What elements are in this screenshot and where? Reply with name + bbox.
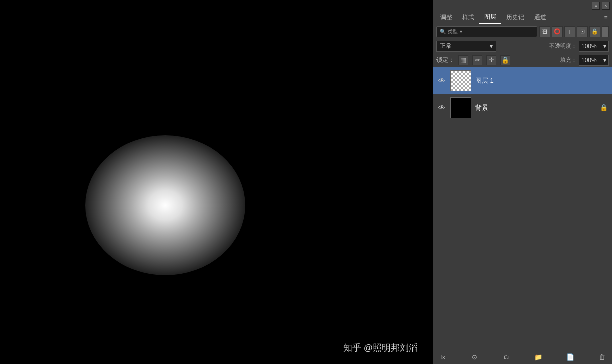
layer-lock-icon: 🔒 [600, 104, 608, 111]
fill-input[interactable]: 100% ▾ [579, 55, 609, 66]
new-group-button[interactable]: 📁 [533, 352, 544, 363]
layer-item-layer1[interactable]: 👁 图层 1 [433, 67, 612, 94]
opacity-label: 不透明度： [549, 42, 577, 50]
layer-visibility-layer1[interactable]: 👁 [437, 76, 446, 85]
fill-group: 填充： 100% ▾ [560, 55, 609, 66]
layer-name-background: 背景 [475, 103, 596, 112]
type-select-arrow: ▾ [460, 29, 462, 34]
filter-icon-text[interactable]: T [564, 26, 575, 37]
add-mask-button[interactable]: ⊙ [469, 352, 480, 363]
filter-icon-lock[interactable]: 🔒 [589, 26, 600, 37]
fill-arrow: ▾ [603, 57, 606, 64]
opacity-input[interactable]: 100% ▾ [579, 41, 609, 52]
search-icon: 🔍 [440, 29, 446, 34]
lock-all-button[interactable]: 🔒 [500, 55, 510, 65]
tab-history[interactable]: 历史记 [501, 11, 529, 24]
filter-icon-shape[interactable]: ⊡ [577, 26, 588, 37]
opacity-group: 不透明度： 100% ▾ [549, 41, 609, 52]
opacity-arrow: ▾ [603, 43, 606, 50]
checker-pattern [451, 71, 471, 91]
tab-layers[interactable]: 图层 [479, 11, 501, 24]
close-button[interactable]: × [602, 2, 610, 10]
tab-style[interactable]: 样式 [457, 11, 479, 24]
filter-icon-image[interactable]: 🖼 [539, 26, 550, 37]
glow-effect [85, 135, 245, 275]
blend-row: 正常 ▾ 不透明度： 100% ▾ [433, 39, 612, 53]
tab-channels[interactable]: 通道 [529, 11, 551, 24]
lock-transparency-button[interactable]: ▦ [458, 55, 468, 65]
search-box[interactable]: 🔍 类型 ▾ [436, 26, 537, 37]
layer-thumbnail-layer1 [450, 70, 471, 91]
layer-thumbnail-background [450, 97, 471, 118]
panel-tabs: 调整 样式 图层 历史记 通道 ≡ [433, 11, 612, 24]
filter-end-bar [602, 26, 609, 37]
filter-row: 🔍 类型 ▾ 🖼 ⭕ T ⊡ 🔒 [433, 24, 612, 39]
blend-mode-value: 正常 [440, 42, 452, 50]
filter-icons: 🖼 ⭕ T ⊡ 🔒 [539, 26, 609, 37]
tab-menu-button[interactable]: ≡ [602, 14, 610, 22]
new-layer-button[interactable]: 📄 [565, 352, 576, 363]
lock-row: 锁定： ▦ ✏ ✛ 🔒 填充： 100% ▾ [433, 53, 612, 67]
fx-button[interactable]: fx [437, 352, 448, 363]
blend-mode-arrow: ▾ [490, 43, 493, 50]
lock-position-button[interactable]: ✛ [486, 55, 496, 65]
filter-icon-circle[interactable]: ⭕ [552, 26, 563, 37]
watermark: 知乎 @照明邦刘滔 [343, 342, 418, 354]
bottom-toolbar: fx ⊙ 🗂 📁 📄 🗑 [433, 350, 612, 364]
layer-item-background[interactable]: 👁 背景 🔒 [433, 94, 612, 121]
lock-label: 锁定： [436, 56, 454, 64]
type-label: 类型 [448, 28, 458, 35]
adjustment-button[interactable]: 🗂 [501, 352, 512, 363]
black-thumbnail [451, 98, 471, 118]
canvas-area: 知乎 @照明邦刘滔 [0, 0, 433, 364]
panel-topbar: « × [433, 0, 612, 11]
collapse-button[interactable]: « [592, 2, 600, 10]
layers-list: 👁 图层 1 👁 背景 🔒 [433, 67, 612, 350]
layer-visibility-background[interactable]: 👁 [437, 103, 446, 112]
blend-mode-select[interactable]: 正常 ▾ [436, 41, 496, 52]
lock-paint-button[interactable]: ✏ [472, 55, 482, 65]
layers-panel: « × 调整 样式 图层 历史记 通道 ≡ 🔍 类型 ▾ 🖼 ⭕ T ⊡ 🔒 正… [433, 0, 612, 364]
tab-adjust[interactable]: 调整 [435, 11, 457, 24]
fill-label: 填充： [560, 56, 577, 64]
delete-layer-button[interactable]: 🗑 [597, 352, 608, 363]
layer-name-layer1: 图层 1 [475, 76, 608, 85]
